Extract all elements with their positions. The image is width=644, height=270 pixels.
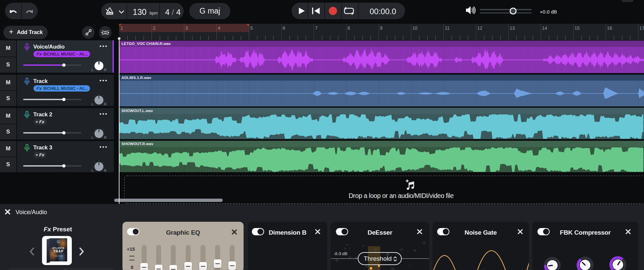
svg-text:4: 4: [218, 25, 220, 31]
svg-text:15: 15: [575, 25, 580, 31]
svg-text:6: 6: [283, 25, 285, 31]
svg-text:12: 12: [477, 25, 483, 31]
svg-text:2: 2: [153, 25, 156, 31]
svg-text:1: 1: [120, 25, 123, 31]
svg-text:3: 3: [185, 25, 188, 31]
svg-text:9: 9: [380, 25, 383, 31]
svg-text:14: 14: [542, 25, 547, 31]
svg-text:7: 7: [315, 25, 318, 31]
svg-text:17: 17: [639, 25, 644, 31]
svg-text:13: 13: [510, 25, 515, 31]
svg-text:11: 11: [445, 25, 450, 31]
svg-text:8: 8: [347, 25, 350, 31]
svg-text:10: 10: [412, 25, 418, 31]
svg-text:5: 5: [250, 25, 253, 31]
svg-text:16: 16: [607, 25, 612, 31]
